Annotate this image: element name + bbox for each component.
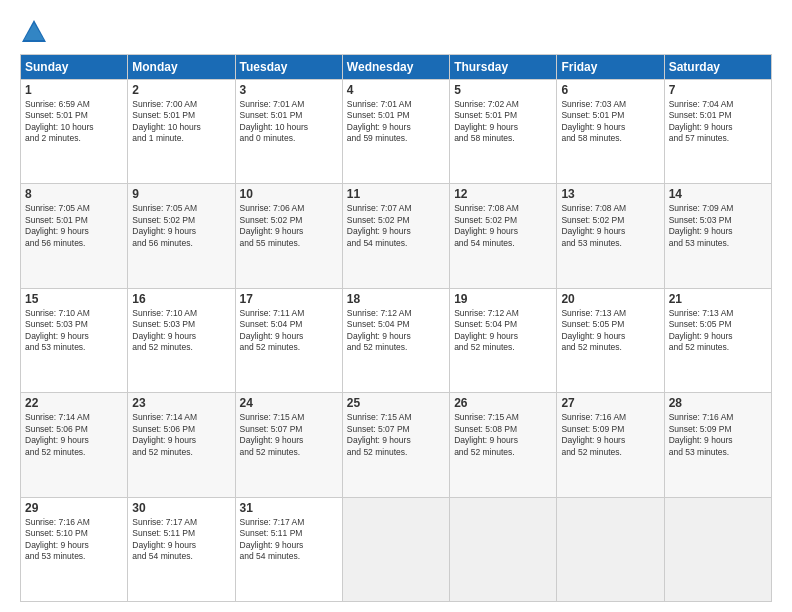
day-number: 21 <box>669 292 767 306</box>
day-number: 15 <box>25 292 123 306</box>
day-header-tuesday: Tuesday <box>235 55 342 80</box>
day-header-wednesday: Wednesday <box>342 55 449 80</box>
cell-text: Sunrise: 7:04 AMSunset: 5:01 PMDaylight:… <box>669 99 767 145</box>
cell-text: Sunrise: 7:01 AMSunset: 5:01 PMDaylight:… <box>347 99 445 145</box>
cell-text: Sunrise: 7:01 AMSunset: 5:01 PMDaylight:… <box>240 99 338 145</box>
day-number: 10 <box>240 187 338 201</box>
calendar-cell: 20Sunrise: 7:13 AMSunset: 5:05 PMDayligh… <box>557 288 664 392</box>
day-header-thursday: Thursday <box>450 55 557 80</box>
day-number: 25 <box>347 396 445 410</box>
day-number: 22 <box>25 396 123 410</box>
cell-text: Sunrise: 7:05 AMSunset: 5:01 PMDaylight:… <box>25 203 123 249</box>
day-number: 16 <box>132 292 230 306</box>
calendar-cell: 12Sunrise: 7:08 AMSunset: 5:02 PMDayligh… <box>450 184 557 288</box>
calendar-cell: 11Sunrise: 7:07 AMSunset: 5:02 PMDayligh… <box>342 184 449 288</box>
cell-text: Sunrise: 7:12 AMSunset: 5:04 PMDaylight:… <box>347 308 445 354</box>
day-number: 19 <box>454 292 552 306</box>
calendar-week-1: 1Sunrise: 6:59 AMSunset: 5:01 PMDaylight… <box>21 80 772 184</box>
cell-text: Sunrise: 7:08 AMSunset: 5:02 PMDaylight:… <box>454 203 552 249</box>
cell-text: Sunrise: 7:00 AMSunset: 5:01 PMDaylight:… <box>132 99 230 145</box>
cell-text: Sunrise: 7:13 AMSunset: 5:05 PMDaylight:… <box>561 308 659 354</box>
calendar-cell: 5Sunrise: 7:02 AMSunset: 5:01 PMDaylight… <box>450 80 557 184</box>
calendar-cell <box>450 497 557 601</box>
day-number: 6 <box>561 83 659 97</box>
calendar-cell: 26Sunrise: 7:15 AMSunset: 5:08 PMDayligh… <box>450 393 557 497</box>
cell-text: Sunrise: 6:59 AMSunset: 5:01 PMDaylight:… <box>25 99 123 145</box>
header <box>20 18 772 46</box>
cell-text: Sunrise: 7:14 AMSunset: 5:06 PMDaylight:… <box>25 412 123 458</box>
calendar-cell <box>557 497 664 601</box>
calendar-cell: 25Sunrise: 7:15 AMSunset: 5:07 PMDayligh… <box>342 393 449 497</box>
cell-text: Sunrise: 7:17 AMSunset: 5:11 PMDaylight:… <box>132 517 230 563</box>
calendar-week-2: 8Sunrise: 7:05 AMSunset: 5:01 PMDaylight… <box>21 184 772 288</box>
cell-text: Sunrise: 7:16 AMSunset: 5:10 PMDaylight:… <box>25 517 123 563</box>
day-number: 14 <box>669 187 767 201</box>
day-number: 3 <box>240 83 338 97</box>
day-number: 26 <box>454 396 552 410</box>
calendar-cell: 19Sunrise: 7:12 AMSunset: 5:04 PMDayligh… <box>450 288 557 392</box>
logo-area <box>20 18 52 46</box>
calendar-cell: 14Sunrise: 7:09 AMSunset: 5:03 PMDayligh… <box>664 184 771 288</box>
calendar-cell: 6Sunrise: 7:03 AMSunset: 5:01 PMDaylight… <box>557 80 664 184</box>
day-number: 4 <box>347 83 445 97</box>
calendar-cell: 8Sunrise: 7:05 AMSunset: 5:01 PMDaylight… <box>21 184 128 288</box>
calendar-cell: 24Sunrise: 7:15 AMSunset: 5:07 PMDayligh… <box>235 393 342 497</box>
calendar-cell: 30Sunrise: 7:17 AMSunset: 5:11 PMDayligh… <box>128 497 235 601</box>
cell-text: Sunrise: 7:07 AMSunset: 5:02 PMDaylight:… <box>347 203 445 249</box>
calendar-cell: 27Sunrise: 7:16 AMSunset: 5:09 PMDayligh… <box>557 393 664 497</box>
calendar-cell: 13Sunrise: 7:08 AMSunset: 5:02 PMDayligh… <box>557 184 664 288</box>
cell-text: Sunrise: 7:13 AMSunset: 5:05 PMDaylight:… <box>669 308 767 354</box>
cell-text: Sunrise: 7:15 AMSunset: 5:07 PMDaylight:… <box>347 412 445 458</box>
calendar-cell: 10Sunrise: 7:06 AMSunset: 5:02 PMDayligh… <box>235 184 342 288</box>
cell-text: Sunrise: 7:15 AMSunset: 5:08 PMDaylight:… <box>454 412 552 458</box>
cell-text: Sunrise: 7:02 AMSunset: 5:01 PMDaylight:… <box>454 99 552 145</box>
day-number: 2 <box>132 83 230 97</box>
page: SundayMondayTuesdayWednesdayThursdayFrid… <box>0 0 792 612</box>
cell-text: Sunrise: 7:05 AMSunset: 5:02 PMDaylight:… <box>132 203 230 249</box>
cell-text: Sunrise: 7:17 AMSunset: 5:11 PMDaylight:… <box>240 517 338 563</box>
calendar: SundayMondayTuesdayWednesdayThursdayFrid… <box>20 54 772 602</box>
calendar-cell: 4Sunrise: 7:01 AMSunset: 5:01 PMDaylight… <box>342 80 449 184</box>
cell-text: Sunrise: 7:16 AMSunset: 5:09 PMDaylight:… <box>669 412 767 458</box>
day-header-monday: Monday <box>128 55 235 80</box>
day-number: 5 <box>454 83 552 97</box>
day-number: 1 <box>25 83 123 97</box>
day-number: 13 <box>561 187 659 201</box>
cell-text: Sunrise: 7:06 AMSunset: 5:02 PMDaylight:… <box>240 203 338 249</box>
day-number: 23 <box>132 396 230 410</box>
day-number: 20 <box>561 292 659 306</box>
cell-text: Sunrise: 7:10 AMSunset: 5:03 PMDaylight:… <box>25 308 123 354</box>
day-header-friday: Friday <box>557 55 664 80</box>
day-header-saturday: Saturday <box>664 55 771 80</box>
calendar-week-5: 29Sunrise: 7:16 AMSunset: 5:10 PMDayligh… <box>21 497 772 601</box>
day-number: 17 <box>240 292 338 306</box>
calendar-cell: 2Sunrise: 7:00 AMSunset: 5:01 PMDaylight… <box>128 80 235 184</box>
day-number: 7 <box>669 83 767 97</box>
day-number: 31 <box>240 501 338 515</box>
day-number: 11 <box>347 187 445 201</box>
calendar-cell <box>664 497 771 601</box>
calendar-cell: 28Sunrise: 7:16 AMSunset: 5:09 PMDayligh… <box>664 393 771 497</box>
day-number: 24 <box>240 396 338 410</box>
calendar-cell: 18Sunrise: 7:12 AMSunset: 5:04 PMDayligh… <box>342 288 449 392</box>
day-number: 8 <box>25 187 123 201</box>
day-number: 27 <box>561 396 659 410</box>
day-number: 28 <box>669 396 767 410</box>
calendar-cell: 31Sunrise: 7:17 AMSunset: 5:11 PMDayligh… <box>235 497 342 601</box>
cell-text: Sunrise: 7:12 AMSunset: 5:04 PMDaylight:… <box>454 308 552 354</box>
cell-text: Sunrise: 7:11 AMSunset: 5:04 PMDaylight:… <box>240 308 338 354</box>
day-number: 12 <box>454 187 552 201</box>
calendar-week-3: 15Sunrise: 7:10 AMSunset: 5:03 PMDayligh… <box>21 288 772 392</box>
calendar-cell: 29Sunrise: 7:16 AMSunset: 5:10 PMDayligh… <box>21 497 128 601</box>
calendar-week-4: 22Sunrise: 7:14 AMSunset: 5:06 PMDayligh… <box>21 393 772 497</box>
day-header-sunday: Sunday <box>21 55 128 80</box>
calendar-cell: 9Sunrise: 7:05 AMSunset: 5:02 PMDaylight… <box>128 184 235 288</box>
day-number: 9 <box>132 187 230 201</box>
calendar-cell: 17Sunrise: 7:11 AMSunset: 5:04 PMDayligh… <box>235 288 342 392</box>
calendar-cell <box>342 497 449 601</box>
cell-text: Sunrise: 7:10 AMSunset: 5:03 PMDaylight:… <box>132 308 230 354</box>
calendar-cell: 23Sunrise: 7:14 AMSunset: 5:06 PMDayligh… <box>128 393 235 497</box>
calendar-cell: 21Sunrise: 7:13 AMSunset: 5:05 PMDayligh… <box>664 288 771 392</box>
cell-text: Sunrise: 7:16 AMSunset: 5:09 PMDaylight:… <box>561 412 659 458</box>
day-number: 30 <box>132 501 230 515</box>
